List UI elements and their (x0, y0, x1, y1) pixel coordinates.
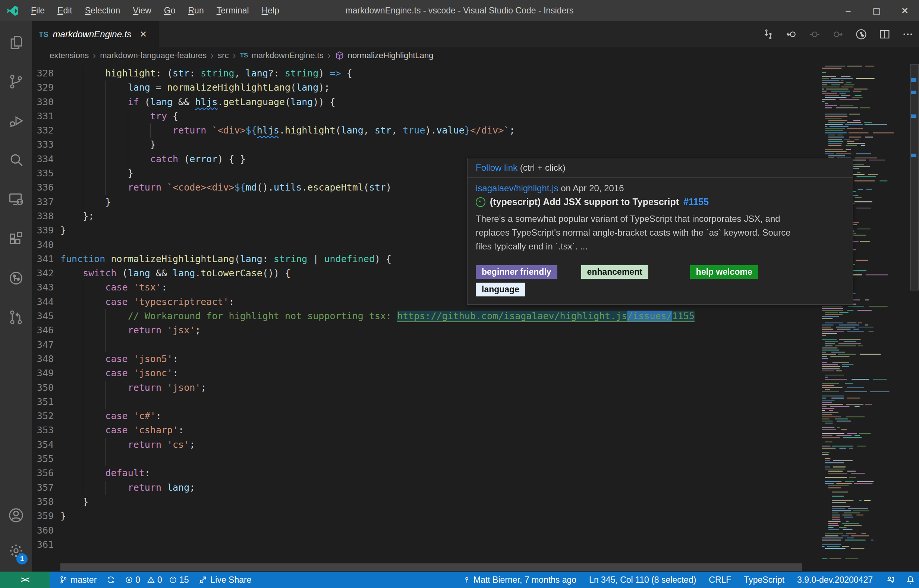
code-line-348[interactable]: 348 case 'json5': (32, 352, 820, 366)
more-actions-icon[interactable] (902, 28, 914, 40)
tab-close-icon[interactable]: ✕ (139, 29, 147, 40)
menu-item-terminal[interactable]: Terminal (210, 0, 255, 21)
git-branch-icon (59, 576, 68, 584)
settings-gear-icon[interactable]: 1 (0, 538, 32, 564)
follow-link[interactable]: Follow link (476, 163, 517, 173)
notifications-bell-icon[interactable] (906, 575, 915, 585)
github-icon[interactable] (0, 265, 32, 291)
line-number: 360 (32, 523, 54, 538)
accounts-icon[interactable] (0, 502, 32, 528)
menu-bar: FileEditSelectionViewGoRunTerminalHelp (24, 0, 286, 21)
line-number: 361 (32, 538, 54, 552)
indent-guide (83, 452, 83, 466)
menu-item-edit[interactable]: Edit (51, 0, 79, 21)
remote-explorer-icon[interactable] (0, 186, 32, 212)
explorer-icon[interactable] (0, 29, 32, 56)
code-line-359[interactable]: 359} (32, 509, 820, 523)
breadcrumb-separator: › (232, 50, 237, 61)
eol-status[interactable]: CRLF (709, 575, 731, 585)
code-line-355[interactable]: 355 (32, 452, 820, 466)
menu-item-go[interactable]: Go (158, 0, 182, 21)
line-number: 358 (32, 495, 54, 509)
menu-item-run[interactable]: Run (182, 0, 210, 21)
line-number: 349 (32, 366, 54, 380)
pull-request-icon[interactable] (0, 304, 32, 330)
code-line-331[interactable]: 331 try { (32, 109, 820, 123)
status-bar: >< master 0 0 15 Live Share Matt Bierner… (0, 572, 919, 588)
code-line-350[interactable]: 350 return 'json'; (32, 381, 820, 395)
code-line-330[interactable]: 330 if (lang && hljs.getLanguage(lang)) … (32, 95, 820, 109)
line-number: 331 (32, 109, 54, 123)
menu-item-file[interactable]: File (24, 0, 51, 21)
live-share-status[interactable]: Live Share (198, 575, 251, 585)
feedback-icon[interactable] (885, 575, 895, 585)
remote-indicator[interactable]: >< (0, 572, 50, 588)
issue-description: There's a somewhat popular variant of Ty… (476, 212, 845, 253)
minimap[interactable] (820, 63, 910, 564)
menu-item-help[interactable]: Help (255, 0, 286, 21)
code-line-351[interactable]: 351 (32, 395, 820, 409)
run-and-debug-icon[interactable] (0, 108, 32, 134)
menu-item-selection[interactable]: Selection (79, 0, 127, 21)
search-icon[interactable] (0, 147, 32, 173)
comment-url-link[interactable]: https://github.com/isagalaev/highlight.j… (397, 310, 627, 322)
tab-markdownengine[interactable]: TS markdownEngine.ts ✕ (32, 21, 159, 47)
code-line-349[interactable]: 349 case 'jsonc': (32, 366, 820, 380)
code-text: case 'jsonc': (60, 366, 178, 380)
line-number: 343 (32, 280, 54, 294)
code-text: }; (60, 209, 94, 223)
open-changes-icon[interactable] (762, 28, 774, 40)
code-line-358[interactable]: 358 } (32, 495, 820, 509)
breadcrumb-symbol[interactable]: normalizeHighlightLang (348, 51, 434, 60)
code-line-329[interactable]: 329 lang = normalizeHighlightLang(lang); (32, 81, 820, 95)
minimize-button[interactable]: – (834, 0, 862, 21)
comment-url-link[interactable]: 1155 (672, 310, 694, 322)
code-line-345[interactable]: 345 // Workaround for highlight not supp… (32, 309, 820, 323)
code-line-347[interactable]: 347 (32, 338, 820, 352)
previous-change-icon[interactable] (785, 28, 798, 40)
timeline-icon[interactable] (855, 28, 867, 40)
code-line-333[interactable]: 333 } (32, 137, 820, 152)
maximize-button[interactable]: ▢ (862, 0, 891, 21)
source-control-icon[interactable] (0, 69, 32, 95)
line-number: 328 (32, 66, 54, 81)
code-editor[interactable]: 328 highlight: (str: string, lang?: stri… (32, 63, 820, 564)
indent-guide (83, 395, 83, 409)
issue-number-link[interactable]: #1155 (683, 197, 709, 207)
menu-item-view[interactable]: View (126, 0, 157, 21)
code-line-354[interactable]: 354 return 'cs'; (32, 438, 820, 452)
vertical-scrollbar[interactable] (911, 64, 919, 291)
sync-status[interactable] (106, 575, 115, 584)
code-line-357[interactable]: 357 return lang; (32, 481, 820, 495)
blame-status[interactable]: Matt Bierner, 7 months ago (463, 575, 577, 585)
code-line-361[interactable]: 361 (32, 538, 820, 552)
repo-link[interactable]: isagalaev/highlight.js (476, 183, 558, 193)
language-mode-status[interactable]: TypeScript (744, 575, 784, 585)
next-change-icon[interactable] (832, 28, 844, 40)
branch-status[interactable]: master (59, 575, 97, 585)
info-diagnostic-mark (911, 90, 916, 94)
close-button[interactable]: ✕ (891, 0, 919, 21)
live-share-icon (198, 575, 207, 584)
split-editor-icon[interactable] (879, 28, 891, 40)
code-line-352[interactable]: 352 case 'c#': (32, 409, 820, 423)
breadcrumb-item[interactable]: src (218, 51, 229, 60)
problems-status[interactable]: 0 0 15 (125, 575, 189, 585)
extensions-icon[interactable] (0, 225, 32, 251)
code-line-360[interactable]: 360 (32, 523, 820, 538)
code-line-332[interactable]: 332 return `<div>${hljs.highlight(lang, … (32, 123, 820, 137)
line-number: 355 (32, 452, 54, 466)
code-line-346[interactable]: 346 return 'jsx'; (32, 323, 820, 338)
code-line-328[interactable]: 328 highlight: (str: string, lang?: stri… (32, 66, 820, 81)
line-number: 359 (32, 509, 54, 523)
breadcrumb-item[interactable]: markdown-language-features (100, 51, 207, 60)
code-text: case 'csharp': (60, 423, 184, 437)
code-line-353[interactable]: 353 case 'csharp': (32, 423, 820, 437)
current-change-icon[interactable] (809, 28, 820, 40)
breadcrumb-item[interactable]: extensions (50, 51, 89, 60)
cursor-position-status[interactable]: Ln 345, Col 110 (8 selected) (589, 575, 696, 585)
breadcrumb-file[interactable]: markdownEngine.ts (251, 51, 323, 60)
horizontal-scrollbar[interactable] (60, 564, 802, 571)
comment-url-link[interactable]: /issues/ (627, 310, 672, 322)
code-line-356[interactable]: 356 default: (32, 466, 820, 480)
